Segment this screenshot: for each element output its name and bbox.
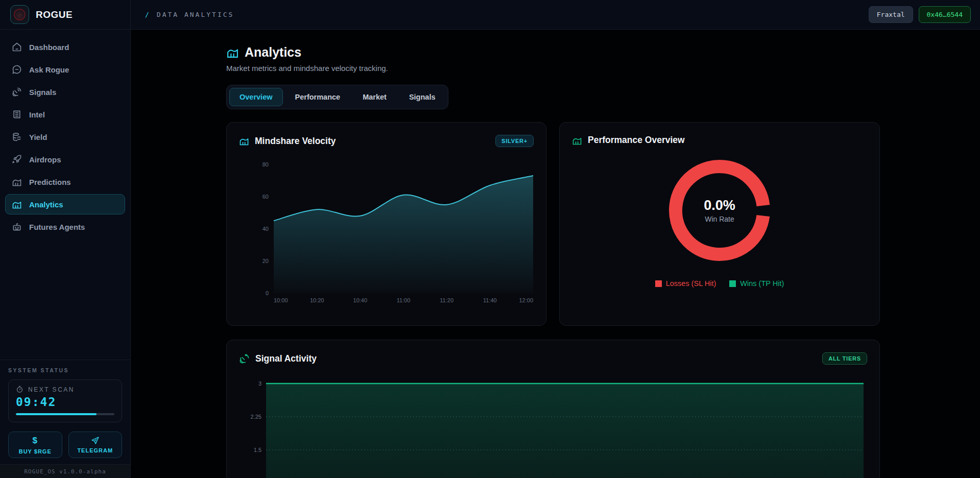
next-scan-countdown: 09:42 — [16, 395, 114, 409]
page-title: Analytics — [245, 45, 301, 60]
sidebar-item-label: Analytics — [29, 200, 63, 209]
coins-icon — [12, 132, 22, 142]
chart-icon — [12, 177, 22, 187]
svg-text:1.5: 1.5 — [254, 447, 261, 453]
performance-legend: Losses (SL Hit) Wins (TP Hit) — [655, 279, 784, 288]
sidebar-nav: Dashboard Ask Rogue Signals Intel Yield — [0, 30, 130, 360]
rogue-logo-avatar[interactable] — [10, 5, 29, 24]
app-name: ROGUE — [36, 9, 73, 20]
legend-item-wins: Wins (TP Hit) — [729, 279, 784, 288]
losses-label: Losses (SL Hit) — [666, 279, 716, 288]
buy-rge-label: BUY $RGE — [19, 448, 52, 455]
chart-icon — [12, 199, 22, 209]
sidebar-item-predictions[interactable]: Predictions — [5, 172, 125, 192]
tab-performance[interactable]: Performance — [285, 88, 351, 106]
logo-row: ROGUE — [0, 0, 130, 30]
sidebar-item-label: Airdrops — [29, 155, 61, 164]
sidebar-item-label: Dashboard — [29, 43, 69, 52]
tab-overview[interactable]: Overview — [229, 88, 283, 106]
svg-text:3: 3 — [258, 380, 261, 387]
sidebar-item-label: Futures Agents — [29, 223, 85, 231]
sidebar-item-label: Ask Rogue — [29, 65, 69, 74]
svg-text:12:00: 12:00 — [519, 297, 533, 303]
tab-market[interactable]: Market — [352, 88, 397, 106]
wins-label: Wins (TP Hit) — [740, 279, 784, 288]
home-icon — [12, 42, 22, 52]
satellite-dish-icon — [12, 87, 22, 97]
sidebar-item-airdrops[interactable]: Airdrops — [5, 149, 125, 170]
svg-text:11:00: 11:00 — [397, 297, 411, 303]
win-rate-value: 0.0% — [704, 198, 735, 213]
analytics-tabs: Overview Performance Market Signals — [226, 85, 448, 109]
losses-swatch — [655, 280, 662, 287]
all-tiers-badge: ALL TIERS — [822, 352, 867, 365]
svg-text:40: 40 — [262, 226, 269, 232]
sidebar: ROGUE Dashboard Ask Rogue Signals Intel — [0, 0, 131, 478]
sidebar-item-dashboard[interactable]: Dashboard — [5, 37, 125, 57]
sidebar-item-analytics[interactable]: Analytics — [5, 194, 125, 214]
tab-signals[interactable]: Signals — [399, 88, 446, 106]
sidebar-item-yield[interactable]: Yield — [5, 127, 125, 147]
mindshare-area-chart: 02040608010:0010:2010:4011:0011:2011:401… — [239, 151, 535, 307]
sidebar-item-futures-agents[interactable]: Futures Agents — [5, 217, 125, 237]
sidebar-item-signals[interactable]: Signals — [5, 82, 125, 102]
next-scan-label: NEXT SCAN — [28, 386, 75, 393]
signal-satellite-icon — [239, 353, 250, 364]
buy-rge-button[interactable]: $ BUY $RGE — [8, 432, 62, 458]
svg-text:60: 60 — [262, 194, 269, 200]
sidebar-item-label: Signals — [29, 88, 56, 97]
next-scan-panel: NEXT SCAN 09:42 — [8, 379, 122, 422]
svg-text:20: 20 — [262, 258, 269, 264]
sidebar-item-label: Intel — [29, 110, 45, 119]
rocket-icon — [12, 154, 22, 164]
svg-text:11:20: 11:20 — [440, 297, 453, 303]
svg-text:0: 0 — [266, 290, 269, 296]
analytics-chart-icon — [226, 46, 239, 59]
mindshare-chart-icon — [239, 136, 249, 146]
main-content: Analytics Market metrics and mindshare v… — [131, 30, 980, 478]
newspaper-icon — [12, 109, 22, 119]
sidebar-item-ask-rogue[interactable]: Ask Rogue — [5, 59, 125, 80]
win-rate-label: Win Rate — [705, 215, 734, 223]
sidebar-item-label: Yield — [29, 133, 47, 141]
signal-activity-chart: 1.52.253 — [239, 376, 868, 478]
svg-text:10:20: 10:20 — [310, 297, 324, 303]
signal-activity-card: Signal Activity ALL TIERS 1.52.253 — [226, 340, 880, 478]
breadcrumb-slash: / — [145, 11, 151, 18]
paper-plane-icon — [91, 436, 100, 445]
page-subtitle: Market metrics and mindshare velocity tr… — [226, 64, 880, 73]
stopwatch-icon — [16, 386, 23, 393]
dollar-icon: $ — [33, 436, 38, 446]
breadcrumb: / DATA ANALYTICS — [145, 11, 234, 18]
performance-chart-icon — [572, 135, 582, 146]
scan-progress-bar — [16, 413, 114, 415]
signal-card-title: Signal Activity — [255, 353, 317, 364]
network-button[interactable]: Fraxtal — [869, 6, 913, 23]
topbar: / DATA ANALYTICS Fraxtal 0x46…6544 — [131, 0, 980, 30]
scan-progress-fill — [16, 413, 97, 415]
system-status-section: SYSTEM STATUS NEXT SCAN 09:42 $ BUY $RGE — [0, 360, 130, 478]
performance-overview-card: Performance Overview 0.0% Win Rate Losse — [559, 122, 880, 326]
wallet-address-button[interactable]: 0x46…6544 — [919, 6, 971, 23]
mindshare-card-title: Mindshare Velocity — [255, 136, 336, 147]
svg-text:80: 80 — [262, 161, 269, 168]
telegram-label: TELEGRAM — [77, 447, 113, 453]
svg-text:10:00: 10:00 — [274, 297, 288, 303]
svg-text:2.25: 2.25 — [251, 414, 261, 420]
version-footer: ROGUE_OS v1.0.0-alpha — [0, 464, 130, 478]
telegram-button[interactable]: TELEGRAM — [68, 432, 123, 458]
svg-text:11:40: 11:40 — [483, 297, 497, 303]
breadcrumb-text: DATA ANALYTICS — [157, 11, 234, 18]
chat-icon — [12, 64, 22, 75]
sidebar-item-label: Predictions — [29, 178, 71, 186]
svg-text:10:40: 10:40 — [353, 297, 368, 303]
performance-card-title: Performance Overview — [588, 135, 685, 146]
legend-item-losses: Losses (SL Hit) — [655, 279, 716, 288]
mindshare-velocity-card: Mindshare Velocity SILVER+ 02040608010:0… — [226, 122, 546, 326]
robot-icon — [12, 222, 22, 232]
wins-swatch — [729, 280, 736, 287]
sidebar-item-intel[interactable]: Intel — [5, 104, 125, 125]
tier-badge: SILVER+ — [495, 135, 534, 147]
system-status-label: SYSTEM STATUS — [8, 367, 122, 373]
